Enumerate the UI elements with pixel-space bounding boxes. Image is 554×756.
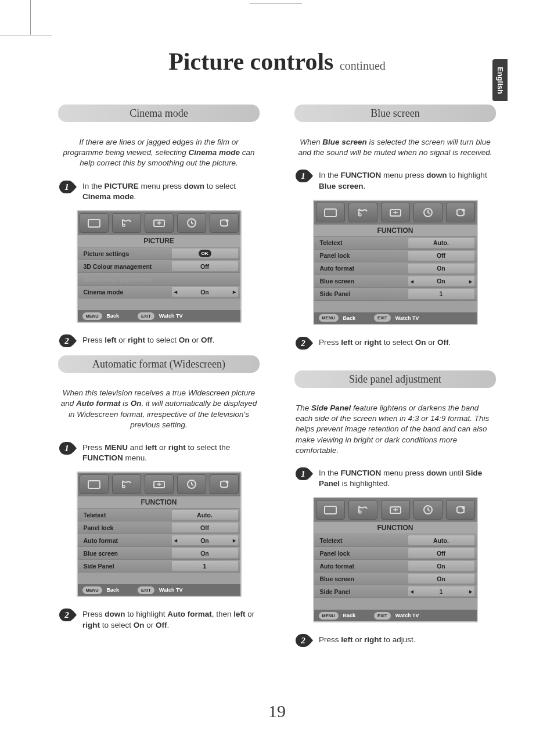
- svg-point-14: [462, 208, 465, 211]
- osd-function-menu: FUNCTION TeletextAuto. Panel lockOff Aut…: [77, 471, 242, 597]
- svg-point-19: [462, 506, 465, 509]
- osd-tab-icon: [348, 500, 377, 520]
- osd-tab-icon: [80, 213, 109, 233]
- arrow-left-icon: ◂: [174, 537, 177, 543]
- osd-row-selected: Auto format◂On▸: [78, 534, 240, 547]
- svg-rect-5: [88, 481, 100, 488]
- osd-row: 3D Colour management Off: [78, 260, 240, 273]
- osd-tab-icon: [145, 213, 174, 233]
- osd-row: Picture settings OK: [78, 247, 240, 260]
- osd-tab-icon: [80, 474, 109, 494]
- osd-row-selected: Cinema mode ◂On▸: [78, 286, 240, 298]
- svg-point-4: [225, 219, 228, 222]
- crop-mark: [30, 0, 31, 35]
- step-text: In the FUNCTION menu press down until Si…: [319, 467, 496, 489]
- osd-tab-icon: [210, 213, 239, 233]
- svg-point-9: [225, 481, 228, 484]
- osd-function-menu: FUNCTION TeletextAuto. Panel lockOff Aut…: [313, 497, 478, 622]
- osd-row-disabled: Base colour adjustment: [78, 273, 240, 286]
- osd-tab-icon: [413, 203, 443, 222]
- svg-point-11: [359, 214, 361, 216]
- intro-cinema: If there are lines or jagged edges in th…: [58, 137, 260, 169]
- osd-row-selected: Blue screen◂On▸: [314, 275, 477, 288]
- osd-tab-icon: [348, 203, 377, 222]
- svg-rect-0: [88, 219, 100, 227]
- step-number-2-icon: 2: [296, 634, 311, 647]
- arrow-left-icon: ◂: [411, 588, 413, 595]
- osd-tab-icon: [316, 203, 345, 222]
- page-title-continued: continued: [340, 59, 386, 72]
- step-number-2-icon: 2: [59, 334, 74, 347]
- step-number-1-icon: 1: [296, 467, 311, 480]
- svg-point-6: [123, 485, 125, 488]
- osd-tab-icon: [145, 474, 174, 494]
- arrow-right-icon: ▸: [469, 588, 472, 595]
- osd-picture-menu: PICTURE Picture settings OK 3D Colour ma…: [77, 210, 242, 323]
- arrow-left-icon: ◂: [174, 289, 177, 295]
- step-text: Press left or right to adjust.: [319, 634, 416, 645]
- osd-tab-icon: [112, 474, 141, 494]
- step-number-1-icon: 1: [296, 170, 311, 182]
- osd-function-menu: FUNCTION TeletextAuto. Panel lockOff Aut…: [313, 200, 478, 325]
- ok-icon: OK: [199, 250, 211, 257]
- osd-footer: MENUBack EXITWatch TV: [78, 310, 240, 322]
- svg-point-16: [359, 511, 361, 513]
- osd-tab-icon: [381, 500, 410, 520]
- step-text: Press MENU and left or right to select t…: [82, 442, 260, 463]
- osd-tab-icon: [381, 203, 410, 222]
- osd-tab-icon: [446, 203, 475, 222]
- step-number-1-icon: 1: [59, 181, 74, 193]
- osd-row-selected: Side Panel◂1▸: [314, 585, 477, 598]
- step-text: Press down to highlight Auto format, the…: [82, 609, 260, 630]
- page-title-main: Picture controls: [168, 48, 333, 75]
- osd-tab-icon: [177, 474, 206, 494]
- section-header-sidepanel: Side panel adjustment: [294, 370, 496, 388]
- osd-tab-icon: [177, 213, 206, 233]
- arrow-left-icon: ◂: [411, 278, 413, 285]
- arrow-right-icon: ▸: [233, 289, 236, 295]
- crop-mark: [0, 35, 52, 35]
- section-header-bluescreen: Blue screen: [294, 105, 496, 122]
- step-text: In the FUNCTION menu press down to highl…: [319, 170, 496, 191]
- step-number-2-icon: 2: [296, 337, 311, 350]
- arrow-right-icon: ▸: [233, 537, 236, 543]
- intro-autoformat: When this television receives a true Wid…: [58, 388, 260, 430]
- osd-tab-icon: [210, 474, 239, 494]
- language-tab: English: [492, 59, 508, 101]
- osd-tab-icon: [446, 500, 475, 520]
- crop-mark: [250, 3, 302, 4]
- osd-tab-icon: [316, 500, 345, 520]
- svg-point-1: [123, 224, 125, 226]
- section-header-autoformat: Automatic format (Widescreen): [58, 355, 260, 373]
- page-title: Picture controls continued: [0, 48, 554, 75]
- osd-title: FUNCTION: [78, 496, 240, 509]
- section-header-cinema: Cinema mode: [58, 105, 260, 122]
- step-text: In the PICTURE menu press down to select…: [82, 181, 260, 202]
- step-text: Press left or right to select On or Off.: [319, 337, 451, 348]
- svg-rect-10: [325, 209, 336, 217]
- step-text: Press left or right to select On or Off.: [82, 334, 214, 345]
- osd-tab-icon: [413, 500, 443, 520]
- svg-rect-15: [325, 506, 336, 514]
- step-number-2-icon: 2: [59, 609, 74, 621]
- intro-sidepanel: The Side Panel feature lightens or darke…: [294, 403, 496, 456]
- page-number: 19: [0, 701, 554, 721]
- osd-tab-icon: [112, 213, 141, 233]
- arrow-right-icon: ▸: [469, 278, 472, 285]
- osd-title: PICTURE: [78, 235, 240, 247]
- step-number-1-icon: 1: [59, 442, 74, 455]
- intro-bluescreen: When Blue screen is selected the screen …: [294, 137, 496, 158]
